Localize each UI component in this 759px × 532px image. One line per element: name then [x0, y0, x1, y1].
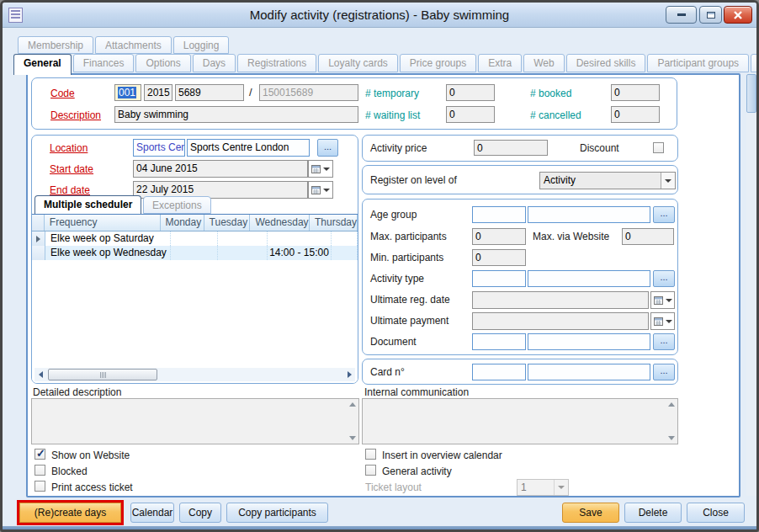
window-frame-bottom	[3, 526, 756, 529]
tab-finances[interactable]: Finances	[73, 54, 135, 72]
ultimate-reg-date-picker-button[interactable]	[650, 291, 675, 309]
tab-membership[interactable]: Membership	[18, 36, 93, 54]
copy-button[interactable]: Copy	[179, 503, 221, 523]
tab-multiple-scheduler[interactable]: Multiple scheduler	[34, 195, 141, 214]
booked-label: # booked	[530, 88, 571, 99]
tab-general[interactable]: General	[13, 54, 72, 75]
ticket-layout-select[interactable]: 1	[517, 479, 569, 496]
vscroll-thumb[interactable]	[746, 74, 756, 113]
max-participants-field[interactable]: 0	[472, 228, 526, 245]
minimize-button[interactable]	[666, 6, 697, 24]
maximize-icon	[707, 12, 715, 19]
age-group-code-field[interactable]	[472, 206, 526, 223]
save-button[interactable]: Save	[562, 503, 619, 523]
min-participants-field[interactable]: 0	[472, 249, 526, 266]
grid-header-wednesday[interactable]: Wednesday	[250, 215, 310, 231]
max-via-website-field[interactable]: 0	[622, 228, 674, 245]
print-access-ticket-checkbox[interactable]	[34, 481, 45, 492]
grid-header-monday[interactable]: Monday	[161, 215, 204, 231]
scheduler-grid: Frequency Monday Tuesday Wednesday Thurs…	[32, 214, 358, 384]
calendar-icon	[311, 185, 321, 194]
location-code-field[interactable]: Sports Centre London	[133, 139, 185, 157]
location-browse-button[interactable]: ...	[317, 139, 338, 157]
tab-options[interactable]: Options	[135, 54, 190, 72]
scroll-right-button[interactable]	[343, 368, 355, 381]
insert-overview-calendar-checkbox[interactable]	[365, 449, 376, 460]
code-field-3[interactable]: 5689	[175, 84, 244, 101]
start-date-label: Start date	[50, 163, 93, 175]
waiting-list-field[interactable]: 0	[446, 106, 495, 123]
register-level-select[interactable]: Activity	[539, 172, 676, 189]
age-group-name-field[interactable]	[528, 206, 650, 223]
calendar-button[interactable]: Calendar	[130, 503, 174, 523]
card-number-name-field[interactable]	[528, 364, 650, 380]
tab-price-groups[interactable]: Price groups	[400, 54, 476, 72]
booked-field[interactable]: 0	[611, 84, 660, 101]
code-field-2[interactable]: 2015	[144, 84, 172, 101]
max-via-website-label: Max. via Website	[533, 231, 609, 242]
general-activity-checkbox[interactable]	[365, 465, 376, 476]
start-date-picker-button[interactable]	[308, 160, 333, 178]
card-number-panel: Card n° ...	[362, 359, 678, 385]
document-browse-button[interactable]: ...	[653, 333, 675, 350]
document-code-field[interactable]	[472, 333, 526, 350]
show-on-website-checkbox[interactable]	[34, 449, 45, 460]
scroll-up-icon	[668, 402, 675, 407]
discount-checkbox[interactable]	[653, 142, 664, 153]
cancelled-field[interactable]: 0	[611, 106, 660, 123]
scroll-left-button[interactable]	[34, 368, 46, 381]
vertical-scrollbar[interactable]	[746, 74, 756, 496]
table-row[interactable]: Elke week op Wednesday 14:00 - 15:00	[32, 246, 358, 260]
tab-exceptions[interactable]: Exceptions	[143, 196, 211, 214]
tab-registrations[interactable]: Registrations	[237, 54, 316, 72]
scroll-thumb[interactable]	[48, 369, 157, 380]
card-number-browse-button[interactable]: ...	[653, 364, 675, 380]
close-window-button[interactable]	[724, 6, 752, 24]
end-date-picker-button[interactable]	[308, 181, 333, 199]
activity-type-code-field[interactable]	[472, 270, 526, 287]
maximize-button[interactable]	[699, 6, 722, 24]
document-label: Document	[370, 336, 417, 348]
ultimate-payment-field[interactable]	[472, 312, 649, 330]
grid-header-row: Frequency Monday Tuesday Wednesday Thurs…	[32, 215, 358, 231]
internal-communication-textarea[interactable]	[362, 398, 678, 444]
description-field[interactable]: Baby swimming	[114, 106, 358, 123]
tab-attachments[interactable]: Attachments	[95, 36, 172, 54]
age-group-browse-button[interactable]: ...	[653, 206, 675, 223]
grid-header-frequency[interactable]: Frequency	[45, 215, 161, 231]
tab-loyalty-cards[interactable]: Loyalty cards	[318, 54, 398, 72]
grid-header-thursday[interactable]: Thursday	[310, 215, 358, 231]
grid-horizontal-scrollbar[interactable]	[34, 368, 355, 381]
delete-button[interactable]: Delete	[624, 503, 682, 523]
tab-facility-bookings[interactable]: Facility bookings	[751, 54, 759, 72]
tab-extra[interactable]: Extra	[478, 54, 522, 72]
tab-days[interactable]: Days	[193, 54, 236, 72]
location-name-field[interactable]: Sports Centre London	[187, 139, 310, 157]
temporary-field[interactable]: 0	[446, 84, 495, 101]
monday-cell	[171, 231, 218, 246]
activity-type-browse-button[interactable]: ...	[653, 270, 675, 287]
code-field-1[interactable]: 001	[114, 84, 141, 101]
recreate-days-button[interactable]: (Re)create days	[19, 503, 121, 523]
dropdown-button[interactable]	[661, 173, 675, 189]
tab-desired-skills[interactable]: Desired skills	[566, 54, 646, 72]
code-full-field[interactable]: 150015689	[259, 84, 358, 101]
grid-header-tuesday[interactable]: Tuesday	[204, 215, 251, 231]
document-name-field[interactable]	[528, 333, 650, 350]
tab-web[interactable]: Web	[523, 54, 564, 72]
activity-type-name-field[interactable]	[528, 270, 650, 287]
ultimate-reg-date-field[interactable]	[472, 291, 649, 309]
tab-participant-groups[interactable]: Participant groups	[647, 54, 749, 72]
blocked-checkbox[interactable]	[34, 465, 45, 476]
start-date-field[interactable]: 04 June 2015	[133, 160, 308, 178]
activity-price-field[interactable]: 0	[474, 140, 548, 156]
copy-participants-button[interactable]: Copy participants	[226, 503, 328, 523]
card-number-code-field[interactable]	[472, 364, 526, 380]
tab-logging[interactable]: Logging	[173, 36, 230, 54]
table-row[interactable]: Elke week op Saturday	[32, 231, 358, 246]
close-button[interactable]: Close	[687, 503, 745, 523]
register-level-panel: Register on level of Activity	[362, 165, 678, 194]
ultimate-payment-picker-button[interactable]	[650, 312, 675, 330]
detailed-description-textarea[interactable]	[31, 398, 359, 444]
thursday-cell	[332, 231, 358, 246]
